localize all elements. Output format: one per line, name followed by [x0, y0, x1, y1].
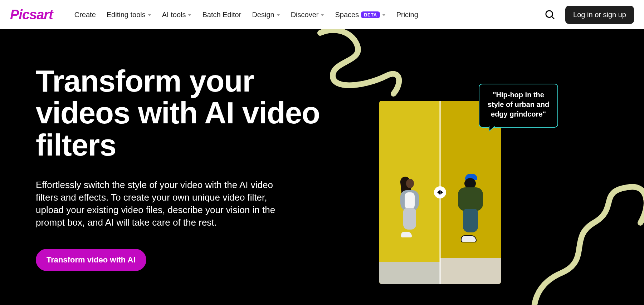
nav-design[interactable]: Design [252, 11, 280, 19]
decorative-squiggle-icon [522, 183, 644, 305]
site-header: Picsart Create Editing tools AI tools Ba… [0, 0, 644, 29]
decorative-squiggle-icon [315, 29, 408, 101]
hero-subtitle: Effortlessly switch the style of your vi… [36, 179, 286, 229]
nav-label: AI tools [162, 11, 186, 19]
nav-ai-tools[interactable]: AI tools [162, 11, 192, 19]
nav-batch-editor[interactable]: Batch Editor [202, 11, 241, 19]
nav-label: Spaces [335, 11, 359, 19]
brand-logo[interactable]: Picsart [10, 7, 53, 23]
compare-before-image [379, 101, 440, 284]
arrow-left-icon [437, 190, 440, 195]
login-signup-button[interactable]: Log in or sign up [565, 6, 634, 24]
nav-label: Pricing [396, 11, 418, 19]
header-actions: Log in or sign up [545, 6, 634, 24]
nav-create[interactable]: Create [74, 11, 96, 19]
nav-spaces[interactable]: Spaces BETA [335, 11, 385, 19]
search-icon[interactable] [545, 9, 555, 20]
nav-label: Design [252, 11, 274, 19]
nav-label: Batch Editor [202, 11, 241, 19]
svg-line-1 [552, 16, 554, 19]
main-nav: Create Editing tools AI tools Batch Edit… [74, 11, 545, 19]
nav-label: Create [74, 11, 96, 19]
transform-video-button[interactable]: Transform video with AI [36, 249, 146, 271]
chevron-down-icon [188, 14, 191, 16]
nav-label: Editing tools [107, 11, 146, 19]
chevron-down-icon [277, 14, 280, 16]
chevron-down-icon [382, 14, 386, 16]
chevron-down-icon [321, 14, 324, 16]
hero-section: Transform your videos with AI video filt… [0, 29, 644, 305]
before-after-compare[interactable]: "Hip-hop in the style of urban and edgy … [379, 101, 501, 284]
hero-title: Transform your videos with AI video filt… [36, 65, 322, 161]
nav-discover[interactable]: Discover [291, 11, 325, 19]
beta-badge: BETA [361, 11, 380, 18]
prompt-callout: "Hip-hop in the style of urban and edgy … [479, 84, 558, 128]
arrow-right-icon [440, 190, 443, 195]
nav-label: Discover [291, 11, 319, 19]
nav-pricing[interactable]: Pricing [396, 11, 418, 19]
chevron-down-icon [148, 14, 151, 16]
compare-slider-handle[interactable] [434, 186, 446, 198]
nav-editing-tools[interactable]: Editing tools [107, 11, 151, 19]
